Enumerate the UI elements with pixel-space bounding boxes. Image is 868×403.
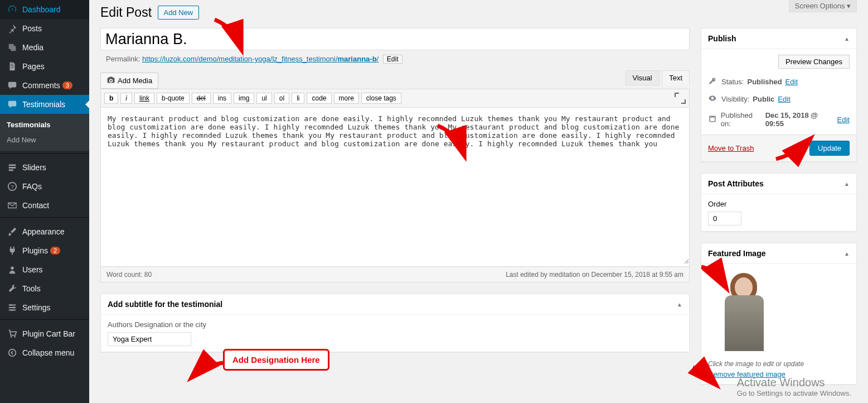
last-edited: Last edited by meditation on December 15… [506,271,683,279]
svg-point-6 [11,336,12,338]
edit-visibility-link[interactable]: Edit [778,95,790,103]
chevron-up-icon: ▲ [677,301,682,308]
editor-tab-text[interactable]: Text [662,70,690,85]
designation-input[interactable] [108,332,191,346]
add-new-button[interactable]: Add New [158,6,200,20]
quicktag-del[interactable]: del [192,93,211,104]
sidebar-item-label: Tools [22,284,41,293]
sidebar-item-pages[interactable]: Pages [0,57,89,76]
quicktag-close-tags[interactable]: close tags [361,93,401,104]
sidebar-item-label: Comments [22,81,60,90]
collapse-icon [7,348,18,358]
quicktag-img[interactable]: img [234,93,254,104]
screen-options-toggle[interactable]: Screen Options ▾ [789,0,857,12]
chevron-up-icon: ▲ [844,36,850,42]
sidebar-item-label: Testimonials [22,100,65,109]
permalink-edit-button[interactable]: Edit [383,55,403,64]
sidebar-item-label: Collapse menu [22,348,74,357]
sidebar-item-contact[interactable]: Contact [0,196,89,215]
chevron-up-icon: ▲ [844,251,850,257]
svg-point-5 [11,309,13,311]
svg-point-3 [10,304,12,306]
calendar-icon [708,114,717,125]
sidebar-item-plugins[interactable]: Plugins2 [0,241,89,260]
sidebar-item-label: Users [22,265,43,274]
add-media-button[interactable]: Add Media [100,73,158,89]
media-icon [7,42,18,52]
sidebar-item-label: Pages [22,62,45,71]
order-label: Order [708,200,850,208]
wrench-icon [7,284,18,294]
sidebar-item-label: Contact [22,201,49,210]
quicktag-ul[interactable]: ul [256,93,271,104]
designation-label: Authors Designation or the city [108,320,682,329]
quicktag-i[interactable]: i [120,93,132,104]
camera-icon [106,75,115,86]
sidebar-item-label: Sliders [22,163,46,172]
update-button[interactable]: Update [809,141,850,156]
sidebar-item-faqs[interactable]: ?FAQs [0,177,89,196]
sidebar-item-users[interactable]: Users [0,260,89,279]
admin-sidebar: DashboardPostsMediaPagesComments3Testimo… [0,0,89,403]
sidebar-subitem[interactable]: Testimonials [0,117,89,132]
chat-icon [7,99,18,109]
sidebar-item-label: Posts [22,24,42,33]
permalink-link[interactable]: https://luzok.com/demo/meditation-yoga/l… [142,55,379,63]
quicktag-b-quote[interactable]: b-quote [157,93,190,104]
quicktag-link[interactable]: link [134,93,154,104]
quicktag-li[interactable]: li [292,93,304,104]
move-to-trash-link[interactable]: Move to Trash [708,144,754,152]
quicktag-ins[interactable]: ins [213,93,231,104]
sidebar-item-sliders[interactable]: Sliders [0,158,89,177]
quicktag-more[interactable]: more [334,93,359,104]
edit-status-link[interactable]: Edit [785,78,798,86]
quicktag-b[interactable]: b [104,93,118,104]
featured-image-thumbnail[interactable] [708,273,850,357]
sidebar-item-appearance[interactable]: Appearance [0,222,89,241]
chevron-up-icon: ▲ [844,181,850,187]
mail-icon [7,200,18,210]
sidebar-subitem[interactable]: Add New [0,132,89,147]
sidebar-item-label: Settings [22,303,51,312]
sidebar-item-settings[interactable]: Settings [0,298,89,317]
quicktag-ol[interactable]: ol [274,93,289,104]
quicktag-code[interactable]: code [307,93,331,104]
pin-icon [7,23,18,33]
sidebar-item-label: Appearance [22,227,65,236]
editor-toolbar: bilinkb-quotedelinsimgulollicodemoreclos… [100,89,690,108]
order-input[interactable] [708,212,741,226]
page-icon [7,61,18,71]
count-badge: 3 [62,81,72,89]
svg-point-8 [9,349,16,357]
windows-activation-watermark: Activate Windows Go to Settings to activ… [737,376,851,397]
publish-box-header[interactable]: Publish▲ [701,28,856,49]
user-icon [7,265,18,275]
svg-text:?: ? [11,184,14,190]
key-icon [708,76,718,87]
faq-icon: ? [7,181,18,191]
sidebar-item-testimonials[interactable]: Testimonials [0,95,89,114]
post-attributes-header[interactable]: Post Attributes▲ [701,174,856,194]
content-textarea[interactable]: My restaurant product and blog customiza… [101,108,689,264]
subtitle-metabox-header[interactable]: Add subtitle for the testimonial▲ [101,294,689,315]
sidebar-item-collapse[interactable]: Collapse menu [0,343,89,362]
sidebar-item-tools[interactable]: Tools [0,279,89,298]
featured-image-header[interactable]: Featured Image▲ [701,243,856,264]
edit-date-link[interactable]: Edit [837,116,850,124]
sidebar-item-label: Plugins [22,246,48,255]
sidebar-item-plugin-cart-bar[interactable]: Plugin Cart Bar [0,324,89,343]
permalink-label: Permalink: [106,55,140,63]
sidebar-item-media[interactable]: Media [0,38,89,57]
preview-changes-button[interactable]: Preview Changes [778,55,850,69]
brush-icon [7,227,18,237]
plug-icon [7,246,18,256]
sliders-icon [7,303,18,313]
eye-icon [708,94,718,104]
fullscreen-icon[interactable] [675,93,686,104]
editor-tab-visual[interactable]: Visual [625,70,660,85]
sidebar-item-dashboard[interactable]: Dashboard [0,0,89,19]
page-title: Edit Post [100,0,152,22]
post-title-input[interactable] [100,28,690,50]
sidebar-item-comments[interactable]: Comments3 [0,76,89,95]
sidebar-item-posts[interactable]: Posts [0,19,89,38]
